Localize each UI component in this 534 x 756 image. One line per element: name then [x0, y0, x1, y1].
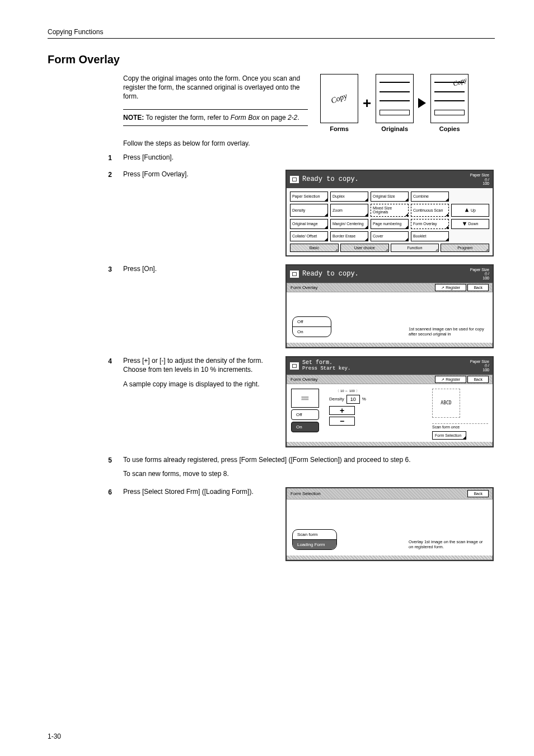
continuous-scan-button[interactable]: Continuous Scan	[411, 204, 449, 217]
margin-centering-button[interactable]: Margin/ Centering	[330, 219, 368, 229]
back-button[interactable]: Back	[467, 284, 489, 291]
follow-text: Follow the steps as below for form overl…	[123, 139, 495, 147]
originals-label: Originals	[381, 125, 408, 132]
copy-word-copies: Copy	[452, 76, 468, 88]
paper-selection-button[interactable]: Paper Selection	[290, 192, 328, 202]
scan-form-option[interactable]: Scan form	[293, 530, 336, 540]
note-page: 2-2	[288, 114, 297, 122]
panel4-crumb: Form Selection	[291, 491, 321, 496]
panel2-title: Ready to copy.	[302, 270, 359, 278]
density-value: 10	[346, 395, 360, 404]
tab-basic[interactable]: Basic	[290, 244, 339, 252]
form-overlay-button[interactable]: Form Overlay	[411, 219, 449, 229]
set-form-panel: Set form. Press Start key. Paper Size⎙ /…	[285, 356, 494, 447]
step-6-num: 6	[48, 487, 112, 496]
border-erase-button[interactable]: Border Erase	[330, 231, 368, 241]
zoom-button[interactable]: Zoom	[330, 204, 368, 217]
step-2-num: 2	[48, 170, 112, 179]
duplex-button[interactable]: Duplex	[330, 192, 368, 202]
tab-program[interactable]: Program	[441, 244, 489, 252]
forms-thumb: Copy	[320, 74, 358, 123]
form-overlay-panel: Ready to copy. Paper Size⎙ /100 Form Ove…	[285, 264, 494, 348]
sample-preview: ABCD	[432, 389, 460, 418]
plus-icon: +	[363, 95, 371, 112]
step-2-text: Press [Form Overlay].	[123, 170, 274, 179]
up-button[interactable]: Up	[451, 204, 489, 217]
panel2-side-note: 1st scanned image can be used for copy a…	[409, 326, 487, 337]
off-button-3[interactable]: Off	[291, 409, 319, 420]
original-size-button[interactable]: Original Size	[371, 192, 409, 202]
step-3-text: Press [On].	[123, 264, 274, 273]
back-button-4[interactable]: Back	[467, 490, 489, 497]
density-label: Density	[329, 396, 344, 402]
percent-label: %	[362, 396, 366, 402]
step-4-num: 4	[48, 356, 112, 365]
copy-word-forms: Copy	[330, 91, 348, 105]
step-6-text: Press [Select Stored Frm] ([Loading Form…	[123, 487, 274, 496]
top-rule	[48, 38, 495, 39]
panel3-papersize-lbl: Paper Size	[470, 360, 489, 363]
note-ref: Form Box	[231, 114, 260, 122]
page-number: 1-30	[48, 732, 61, 740]
step-4-text-b: A sample copy image is displayed to the …	[123, 380, 274, 389]
booklet-button[interactable]: Booklet	[411, 231, 449, 241]
panel3-ratio: 100	[483, 368, 489, 372]
doc-icon-3	[290, 362, 299, 370]
off-on-toggle[interactable]: Off On	[292, 316, 331, 337]
doc-icon	[290, 176, 299, 183]
back-button-3[interactable]: Back	[467, 376, 489, 383]
scan-form-once-label: Scan form once	[432, 423, 488, 429]
tab-user-choice[interactable]: User choice	[340, 244, 389, 252]
copies-label: Copies	[439, 125, 460, 132]
section-title: Form Overlay	[48, 53, 495, 66]
step-5-text-a: To use forms already registered, press […	[123, 455, 495, 465]
panel4-side-note: Overlay 1st image on the scan image or o…	[409, 539, 487, 550]
originals-thumb	[376, 74, 414, 123]
tab-function[interactable]: Function	[391, 244, 439, 252]
step-1-num: 1	[48, 153, 112, 162]
function-panel: Ready to copy. Paper Size⎙ /100 Paper Se…	[285, 170, 494, 256]
form-selection-button[interactable]: Form Selection	[432, 431, 466, 440]
scan-loading-toggle[interactable]: Scan form Loading Form	[292, 529, 337, 550]
panel1-ratio: 100	[483, 181, 489, 185]
register-button-3[interactable]: ↗ Register	[435, 376, 466, 383]
combine-button[interactable]: Combine	[411, 192, 449, 202]
down-button[interactable]: Down	[451, 219, 489, 229]
breadcrumb: Copying Functions	[48, 28, 495, 36]
forms-label: Forms	[330, 125, 349, 132]
on-option[interactable]: On	[293, 327, 331, 337]
intro-paragraph: Copy the original images onto the form. …	[123, 74, 308, 101]
minus-button[interactable]: −	[329, 417, 355, 426]
panel1-papersize-lbl: Paper Size	[470, 173, 489, 177]
plus-button[interactable]: +	[329, 406, 355, 415]
cover-button[interactable]: Cover	[371, 231, 409, 241]
note-label: NOTE:	[123, 114, 144, 122]
flow-diagram: Copy Forms + Originals	[320, 74, 469, 132]
collate-offset-button[interactable]: Collate/ Offset	[290, 231, 328, 241]
original-image-button[interactable]: Original Image	[290, 219, 328, 229]
form-selection-panel: Form Selection Back Scan form Loading Fo…	[285, 487, 494, 561]
note-tail: on page	[260, 114, 288, 122]
doc-icon-2	[290, 270, 299, 278]
step-5-num: 5	[48, 455, 112, 464]
note-box: NOTE: To register the form, refer to For…	[123, 109, 308, 126]
svg-marker-0	[465, 208, 469, 212]
on-button-3[interactable]: On	[291, 422, 319, 432]
note-period: .	[297, 114, 299, 122]
svg-marker-1	[462, 222, 466, 225]
density-button[interactable]: Density	[290, 204, 328, 217]
loading-form-option[interactable]: Loading Form	[293, 540, 336, 549]
page-numbering-button[interactable]: Page numbering	[371, 219, 409, 229]
density-preview-icon: ▒▒▒	[291, 389, 319, 408]
step-5-text-b: To scan new forms, move to step 8.	[123, 469, 495, 479]
panel3-sub: Press Start key.	[302, 366, 350, 371]
step-1-text: Press [Function].	[123, 153, 274, 162]
arrow-icon	[418, 98, 426, 108]
panel2-ratio: 100	[483, 276, 489, 280]
off-option[interactable]: Off	[293, 317, 331, 327]
mixed-size-button[interactable]: Mixed Size Originals	[371, 204, 409, 217]
panel3-crumb: Form Overlay	[291, 377, 317, 382]
register-button[interactable]: ↗ Register	[435, 284, 466, 291]
step-4-text-a: Press [+] or [-] to adjust the density o…	[123, 356, 274, 374]
panel2-papersize-lbl: Paper Size	[470, 268, 489, 272]
